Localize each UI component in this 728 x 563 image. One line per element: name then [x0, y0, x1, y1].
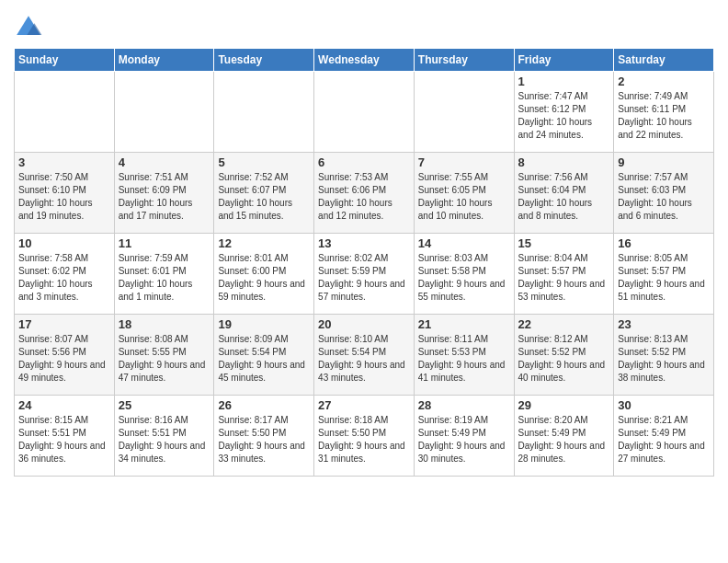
calendar-cell: [414, 72, 514, 153]
day-number: 9: [618, 155, 710, 169]
calendar-cell: 28Sunrise: 8:19 AM Sunset: 5:49 PM Dayli…: [414, 396, 514, 477]
calendar-cell: 21Sunrise: 8:11 AM Sunset: 5:53 PM Dayli…: [414, 315, 514, 396]
day-header-monday: Monday: [114, 49, 214, 72]
day-content: Sunrise: 8:02 AM Sunset: 5:59 PM Dayligh…: [318, 252, 410, 304]
calendar-cell: 2Sunrise: 7:49 AM Sunset: 6:11 PM Daylig…: [614, 72, 714, 153]
day-content: Sunrise: 7:57 AM Sunset: 6:03 PM Dayligh…: [618, 171, 710, 223]
day-number: 7: [418, 155, 510, 169]
calendar-cell: 24Sunrise: 8:15 AM Sunset: 5:51 PM Dayli…: [15, 396, 115, 477]
day-number: 22: [518, 317, 610, 331]
day-content: Sunrise: 8:12 AM Sunset: 5:52 PM Dayligh…: [518, 333, 610, 385]
day-content: Sunrise: 7:47 AM Sunset: 6:12 PM Dayligh…: [518, 90, 610, 142]
day-header-sunday: Sunday: [15, 49, 115, 72]
calendar-cell: 15Sunrise: 8:04 AM Sunset: 5:57 PM Dayli…: [514, 234, 614, 315]
day-number: 14: [418, 236, 510, 250]
day-content: Sunrise: 8:18 AM Sunset: 5:50 PM Dayligh…: [318, 414, 410, 465]
day-content: Sunrise: 8:08 AM Sunset: 5:55 PM Dayligh…: [119, 333, 210, 385]
calendar-cell: 25Sunrise: 8:16 AM Sunset: 5:51 PM Dayli…: [114, 396, 214, 477]
day-number: 20: [318, 317, 410, 331]
day-number: 13: [318, 236, 410, 250]
day-number: 24: [18, 398, 110, 412]
day-number: 5: [218, 155, 310, 169]
calendar-cell: 3Sunrise: 7:50 AM Sunset: 6:10 PM Daylig…: [15, 153, 115, 234]
day-number: 16: [618, 236, 710, 250]
day-content: Sunrise: 8:20 AM Sunset: 5:49 PM Dayligh…: [518, 414, 610, 465]
day-number: 27: [318, 398, 410, 412]
week-row-1: 1Sunrise: 7:47 AM Sunset: 6:12 PM Daylig…: [15, 72, 714, 153]
week-row-5: 24Sunrise: 8:15 AM Sunset: 5:51 PM Dayli…: [15, 396, 714, 477]
day-content: Sunrise: 7:52 AM Sunset: 6:07 PM Dayligh…: [218, 171, 310, 223]
calendar-cell: 26Sunrise: 8:17 AM Sunset: 5:50 PM Dayli…: [214, 396, 314, 477]
calendar-cell: 18Sunrise: 8:08 AM Sunset: 5:55 PM Dayli…: [114, 315, 214, 396]
calendar-cell: [314, 72, 415, 153]
calendar-cell: 4Sunrise: 7:51 AM Sunset: 6:09 PM Daylig…: [114, 153, 214, 234]
calendar-cell: 23Sunrise: 8:13 AM Sunset: 5:52 PM Dayli…: [614, 315, 714, 396]
calendar-cell: 1Sunrise: 7:47 AM Sunset: 6:12 PM Daylig…: [514, 72, 614, 153]
day-content: Sunrise: 8:05 AM Sunset: 5:57 PM Dayligh…: [618, 252, 710, 304]
logo: [14, 13, 47, 42]
calendar-cell: 20Sunrise: 8:10 AM Sunset: 5:54 PM Dayli…: [314, 315, 415, 396]
calendar-cell: 30Sunrise: 8:21 AM Sunset: 5:49 PM Dayli…: [614, 396, 714, 477]
day-content: Sunrise: 7:55 AM Sunset: 6:05 PM Dayligh…: [418, 171, 510, 223]
day-content: Sunrise: 7:58 AM Sunset: 6:02 PM Dayligh…: [18, 252, 110, 304]
day-content: Sunrise: 7:56 AM Sunset: 6:04 PM Dayligh…: [518, 171, 610, 223]
day-number: 8: [518, 155, 610, 169]
calendar-table: SundayMondayTuesdayWednesdayThursdayFrid…: [14, 48, 714, 477]
calendar-cell: 27Sunrise: 8:18 AM Sunset: 5:50 PM Dayli…: [314, 396, 415, 477]
day-number: 25: [119, 398, 210, 412]
day-number: 6: [318, 155, 410, 169]
day-number: 12: [218, 236, 310, 250]
day-number: 21: [418, 317, 510, 331]
day-number: 26: [218, 398, 310, 412]
day-header-friday: Friday: [514, 49, 614, 72]
day-number: 29: [518, 398, 610, 412]
calendar-cell: 6Sunrise: 7:53 AM Sunset: 6:06 PM Daylig…: [314, 153, 415, 234]
day-number: 23: [618, 317, 710, 331]
calendar-header-row: SundayMondayTuesdayWednesdayThursdayFrid…: [15, 49, 714, 72]
calendar-cell: 11Sunrise: 7:59 AM Sunset: 6:01 PM Dayli…: [114, 234, 214, 315]
day-content: Sunrise: 8:21 AM Sunset: 5:49 PM Dayligh…: [618, 414, 710, 465]
day-number: 3: [18, 155, 110, 169]
calendar-cell: 13Sunrise: 8:02 AM Sunset: 5:59 PM Dayli…: [314, 234, 415, 315]
page-header: [14, 9, 714, 42]
day-number: 17: [18, 317, 110, 331]
day-header-tuesday: Tuesday: [214, 49, 314, 72]
day-content: Sunrise: 7:59 AM Sunset: 6:01 PM Dayligh…: [119, 252, 210, 304]
day-number: 4: [119, 155, 210, 169]
day-header-saturday: Saturday: [614, 49, 714, 72]
day-content: Sunrise: 8:19 AM Sunset: 5:49 PM Dayligh…: [418, 414, 510, 465]
calendar-cell: 8Sunrise: 7:56 AM Sunset: 6:04 PM Daylig…: [514, 153, 614, 234]
calendar-cell: 16Sunrise: 8:05 AM Sunset: 5:57 PM Dayli…: [614, 234, 714, 315]
day-number: 18: [119, 317, 210, 331]
calendar-cell: 5Sunrise: 7:52 AM Sunset: 6:07 PM Daylig…: [214, 153, 314, 234]
day-content: Sunrise: 7:49 AM Sunset: 6:11 PM Dayligh…: [618, 90, 710, 142]
week-row-2: 3Sunrise: 7:50 AM Sunset: 6:10 PM Daylig…: [15, 153, 714, 234]
day-header-thursday: Thursday: [414, 49, 514, 72]
calendar-cell: 7Sunrise: 7:55 AM Sunset: 6:05 PM Daylig…: [414, 153, 514, 234]
day-content: Sunrise: 8:10 AM Sunset: 5:54 PM Dayligh…: [318, 333, 410, 385]
calendar-body: 1Sunrise: 7:47 AM Sunset: 6:12 PM Daylig…: [15, 72, 714, 477]
day-content: Sunrise: 8:15 AM Sunset: 5:51 PM Dayligh…: [18, 414, 110, 465]
day-number: 1: [518, 75, 610, 88]
calendar-cell: 9Sunrise: 7:57 AM Sunset: 6:03 PM Daylig…: [614, 153, 714, 234]
calendar-cell: 14Sunrise: 8:03 AM Sunset: 5:58 PM Dayli…: [414, 234, 514, 315]
calendar-cell: [114, 72, 214, 153]
calendar-cell: 19Sunrise: 8:09 AM Sunset: 5:54 PM Dayli…: [214, 315, 314, 396]
day-content: Sunrise: 8:03 AM Sunset: 5:58 PM Dayligh…: [418, 252, 510, 304]
day-content: Sunrise: 8:04 AM Sunset: 5:57 PM Dayligh…: [518, 252, 610, 304]
calendar-cell: 29Sunrise: 8:20 AM Sunset: 5:49 PM Dayli…: [514, 396, 614, 477]
calendar-cell: 10Sunrise: 7:58 AM Sunset: 6:02 PM Dayli…: [15, 234, 115, 315]
day-content: Sunrise: 7:53 AM Sunset: 6:06 PM Dayligh…: [318, 171, 410, 223]
calendar-cell: [214, 72, 314, 153]
day-header-wednesday: Wednesday: [314, 49, 415, 72]
day-number: 30: [618, 398, 710, 412]
calendar-cell: 12Sunrise: 8:01 AM Sunset: 6:00 PM Dayli…: [214, 234, 314, 315]
day-content: Sunrise: 8:09 AM Sunset: 5:54 PM Dayligh…: [218, 333, 310, 385]
day-content: Sunrise: 8:16 AM Sunset: 5:51 PM Dayligh…: [119, 414, 210, 465]
calendar-cell: [15, 72, 115, 153]
calendar-cell: 22Sunrise: 8:12 AM Sunset: 5:52 PM Dayli…: [514, 315, 614, 396]
day-content: Sunrise: 8:07 AM Sunset: 5:56 PM Dayligh…: [18, 333, 110, 385]
day-number: 28: [418, 398, 510, 412]
day-number: 2: [618, 75, 710, 88]
day-content: Sunrise: 8:11 AM Sunset: 5:53 PM Dayligh…: [418, 333, 510, 385]
